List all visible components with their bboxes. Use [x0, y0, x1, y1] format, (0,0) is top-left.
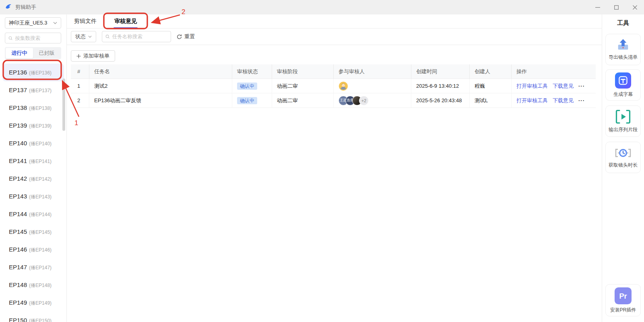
tool-label: 获取镜头时长 — [609, 162, 638, 169]
minimize-button[interactable] — [588, 0, 607, 14]
row-more-button[interactable]: ··· — [578, 83, 585, 89]
episode-item-ep137[interactable]: EP137(播EP137) — [0, 81, 66, 99]
participants-overflow-badge: +2 — [359, 96, 369, 105]
episode-search[interactable] — [5, 33, 61, 43]
episode-code: EP141 — [9, 157, 27, 164]
cell-created-time: 2025-6-9 13:40:12 — [411, 79, 470, 93]
download-comments-link[interactable]: 下载意见 — [553, 83, 574, 90]
episode-item-ep138[interactable]: EP138(播EP138) — [0, 99, 66, 117]
col-participants: 参与审核人 — [334, 64, 411, 78]
episode-item-ep146[interactable]: EP146(播EP146) — [0, 241, 66, 258]
search-icon — [8, 36, 12, 41]
task-search-input[interactable] — [112, 34, 167, 39]
tool-get-shot-duration[interactable]: 获取镜头时长 — [605, 142, 641, 173]
episode-code: EP136 — [9, 69, 27, 76]
chevron-down-icon — [53, 22, 57, 24]
project-select[interactable]: 神印王座_UE5.3 — [5, 17, 61, 29]
episode-item-ep144[interactable]: EP144(播EP144) — [0, 205, 66, 223]
plus-icon — [76, 54, 81, 58]
minimize-icon — [595, 5, 600, 10]
episode-code: EP142 — [9, 175, 27, 182]
episode-note: (播EP143) — [29, 194, 52, 200]
episode-item-ep136[interactable]: EP136(播EP136) — [2, 64, 64, 81]
main-tabbar: 剪辑文件 审核意见 — [67, 14, 602, 29]
cell-review-stage: 动画二审 — [272, 93, 334, 107]
col-index: # — [71, 64, 89, 78]
episode-note: (播EP145) — [29, 229, 52, 236]
episode-item-ep147[interactable]: EP147(播EP147) — [0, 258, 66, 276]
row-more-button[interactable]: ··· — [578, 97, 585, 103]
episode-item-ep140[interactable]: EP140(播EP140) — [0, 134, 66, 152]
tab-sealed[interactable]: 已封版 — [33, 48, 60, 58]
tools-panel: 工具 导出镜头清单 生成字幕 输出序列片段 — [602, 14, 644, 322]
install-pr-plugin-icon: Pr — [614, 287, 632, 305]
status-filter-select[interactable]: 状态 — [71, 31, 96, 42]
tab-edit-files[interactable]: 剪辑文件 — [74, 18, 97, 25]
col-review-stage: 审核阶段 — [272, 64, 334, 78]
tool-label: 安装PR插件 — [610, 307, 636, 314]
tool-generate-subtitles[interactable]: 生成字幕 — [605, 69, 641, 101]
episode-code: EP138 — [9, 104, 27, 111]
close-icon — [633, 5, 637, 10]
episode-item-ep139[interactable]: EP139(播EP139) — [0, 117, 66, 134]
status-filter-label: 状态 — [75, 33, 86, 40]
cell-actions: 打开审核工具下载意见··· — [512, 93, 596, 107]
get-shot-duration-icon — [613, 146, 633, 160]
task-search[interactable] — [102, 31, 171, 42]
cell-participants — [334, 79, 411, 93]
tool-export-sequence-clips[interactable]: 输出序列片段 — [605, 105, 641, 137]
episode-note: (播EP149) — [29, 300, 52, 307]
tab-in-progress[interactable]: 进行中 — [6, 48, 33, 58]
episode-search-input[interactable] — [15, 35, 58, 41]
export-shot-list-icon — [615, 38, 631, 52]
table-header: # 任务名 审核状态 审核阶段 参与审核人 创建时间 创建人 操作 — [71, 64, 596, 79]
episode-item-ep148[interactable]: EP148(播EP148) — [0, 276, 66, 294]
table-body: 1测试2确认中动画二审2025-6-9 13:40:12程巍打开审核工具下载意见… — [71, 79, 596, 108]
cell-task-name: EP136动画二审反馈 — [89, 93, 232, 107]
episode-note: (播EP138) — [29, 105, 52, 112]
open-review-tool-link[interactable]: 打开审核工具 — [516, 83, 548, 90]
table-row: 2EP136动画二审反馈确认中动画二审王政浩良+22025-5-26 20:43… — [71, 93, 596, 108]
tool-label: 导出镜头清单 — [609, 54, 638, 61]
episode-code: EP147 — [9, 264, 27, 270]
episode-item-ep141[interactable]: EP141(播EP141) — [0, 152, 66, 170]
episode-note: (播EP142) — [29, 176, 52, 183]
table-row: 1测试2确认中动画二审2025-6-9 13:40:12程巍打开审核工具下载意见… — [71, 79, 596, 93]
search-icon — [105, 34, 110, 39]
cell-review-status: 确认中 — [232, 79, 272, 93]
episode-item-ep149[interactable]: EP149(播EP149) — [0, 294, 66, 312]
episode-code: EP145 — [9, 228, 27, 235]
app-logo-icon — [5, 4, 12, 11]
generate-subtitles-icon — [615, 72, 632, 89]
maximize-button[interactable] — [607, 0, 625, 14]
episode-item-ep145[interactable]: EP145(播EP145) — [0, 223, 66, 241]
cell-task-name: 测试2 — [89, 79, 232, 93]
tab-review-comments[interactable]: 审核意见 — [114, 18, 137, 25]
reset-button[interactable]: 重置 — [177, 33, 195, 40]
app-title: 剪辑助手 — [15, 4, 36, 11]
episode-note: (播EP136) — [29, 70, 52, 76]
episode-note: (播EP147) — [29, 264, 52, 271]
refresh-icon — [177, 34, 182, 39]
open-review-tool-link[interactable]: 打开审核工具 — [516, 97, 548, 104]
episode-item-ep142[interactable]: EP142(播EP142) — [0, 170, 66, 188]
tool-install-pr-plugin[interactable]: Pr 安装PR插件 — [605, 284, 641, 316]
episode-note: (播EP150) — [29, 318, 52, 322]
status-badge: 确认中 — [237, 83, 257, 90]
cell-actions: 打开审核工具下载意见··· — [512, 79, 596, 93]
episode-item-ep143[interactable]: EP143(播EP143) — [0, 188, 66, 205]
episode-code: EP148 — [9, 281, 27, 288]
add-review-sheet-button[interactable]: 添加审核单 — [71, 50, 115, 62]
close-button[interactable] — [625, 0, 644, 14]
active-tab-indicator — [114, 27, 138, 29]
tool-export-shot-list[interactable]: 导出镜头清单 — [605, 34, 641, 65]
episode-item-ep150[interactable]: EP150(播EP150) — [0, 312, 66, 322]
status-badge: 确认中 — [237, 97, 257, 104]
download-comments-link[interactable]: 下载意见 — [553, 97, 574, 104]
sidebar-scrollbar[interactable] — [62, 78, 65, 131]
col-review-status: 审核状态 — [232, 64, 272, 78]
tab-review-comments-label: 审核意见 — [114, 18, 137, 24]
episode-note: (播EP148) — [29, 282, 52, 289]
episode-note: (播EP139) — [29, 123, 52, 130]
cell-index: 1 — [71, 79, 89, 93]
